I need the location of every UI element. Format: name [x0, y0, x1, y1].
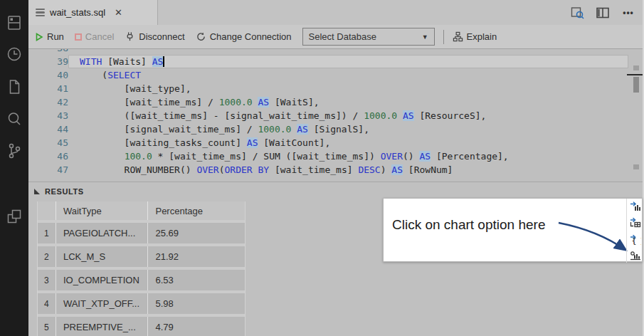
results-panel: RESULTS WaitType Percentage 1PAGEIOLATCH… — [28, 182, 644, 336]
text-cursor — [163, 56, 164, 67]
select-database-dropdown[interactable]: Select Database ▼ — [302, 28, 435, 46]
query-toolbar: Run Cancel Disconnect Change Connection … — [28, 25, 644, 49]
column-header-percentage[interactable]: Percentage — [148, 201, 245, 220]
explorer-file-icon[interactable] — [6, 78, 23, 95]
line-content: [wait_time_ms] / 1000.0 AS [WaitS], — [68, 95, 628, 109]
scrollbar-thumb[interactable] — [633, 77, 639, 93]
line-number: 46 — [28, 149, 68, 163]
code-line[interactable]: 45 [waiting_tasks_count] AS [WaitCount], — [28, 136, 628, 149]
editor-scrollbar[interactable] — [630, 49, 643, 182]
sql-file-icon — [36, 7, 45, 19]
table-row[interactable]: 1PAGEIOLATCH...25.69 — [38, 223, 245, 243]
row-number-header — [38, 201, 56, 220]
grid-header-row: WaitType Percentage — [38, 201, 245, 220]
change-connection-button[interactable]: Change Connection — [196, 31, 292, 42]
preview-icon[interactable] — [570, 6, 584, 20]
waittype-cell[interactable]: IO_COMPLETION — [56, 270, 149, 290]
code-editor[interactable]: 3839WITH [Waits] AS40 (SELECT41 [wait_ty… — [28, 49, 644, 182]
percentage-cell[interactable]: 4.79 — [148, 317, 245, 336]
line-content: [wait_type], — [68, 82, 628, 95]
percentage-cell[interactable]: 5.98 — [148, 293, 245, 314]
tab-wait-stats-sql[interactable]: wait_stats.sql ✕ — [28, 0, 158, 25]
tab-close-icon[interactable]: ✕ — [115, 8, 122, 17]
code-lines: 3839WITH [Waits] AS40 (SELECT41 [wait_ty… — [28, 49, 628, 177]
annotation-text: Click on chart option here — [392, 217, 545, 233]
split-editor-icon[interactable] — [596, 6, 610, 20]
code-line[interactable]: 41 [wait_type], — [28, 82, 628, 95]
column-header-waittype[interactable]: WaitType — [56, 201, 149, 220]
code-line[interactable]: 38 — [28, 49, 628, 55]
waittype-cell[interactable]: LCK_M_S — [56, 246, 149, 267]
line-number: 41 — [28, 82, 68, 95]
run-label: Run — [47, 31, 64, 42]
run-button[interactable]: Run — [35, 31, 64, 42]
change-connection-label: Change Connection — [210, 31, 292, 42]
collapse-twistie-icon[interactable] — [34, 189, 40, 194]
code-line[interactable]: 44 [signal_wait_time_ms] / 1000.0 AS [Si… — [28, 122, 628, 136]
code-line[interactable]: 40 (SELECT — [28, 68, 628, 82]
more-actions-icon[interactable]: ••• — [621, 6, 635, 20]
results-grid: WaitType Percentage 1PAGEIOLATCH...25.69… — [37, 201, 246, 336]
code-line[interactable]: 43 ([wait_time_ms] - [signal_wait_time_m… — [28, 109, 628, 122]
waittype-cell[interactable]: PAGEIOLATCH... — [56, 223, 149, 243]
line-number: 43 — [28, 109, 68, 122]
disconnect-button[interactable]: Disconnect — [125, 31, 184, 42]
line-number: 42 — [28, 95, 68, 109]
toolbar-separator — [443, 30, 444, 44]
row-number-cell[interactable]: 3 — [38, 270, 56, 290]
line-number: 40 — [28, 68, 68, 82]
percentage-cell[interactable]: 21.92 — [148, 246, 245, 267]
cancel-icon — [75, 33, 82, 41]
tab-title: wait_stats.sql — [50, 7, 105, 18]
cancel-button[interactable]: Cancel — [75, 31, 114, 42]
code-line[interactable]: 42 [wait_time_ms] / 1000.0 AS [WaitS], — [28, 95, 628, 109]
save-as-csv-icon[interactable] — [629, 200, 641, 212]
editor-actions: ••• — [570, 0, 635, 25]
line-number: 38 — [28, 49, 68, 55]
disconnect-label: Disconnect — [139, 31, 184, 42]
explain-button[interactable]: Explain — [453, 31, 497, 42]
code-line[interactable]: 46 100.0 * [wait_time_ms] / SUM ([wait_t… — [28, 149, 628, 163]
row-number-cell[interactable]: 1 — [38, 223, 56, 243]
row-number-cell[interactable]: 2 — [38, 246, 56, 267]
search-icon[interactable] — [6, 110, 23, 127]
activity-bar — [0, 0, 28, 336]
connections-icon[interactable] — [6, 14, 23, 31]
save-as-excel-icon[interactable] — [629, 216, 641, 229]
line-content: WITH [Waits] AS — [68, 55, 628, 68]
percentage-cell[interactable]: 6.53 — [148, 270, 245, 290]
line-content: ROW_NUMBER() OVER(ORDER BY [wait_time_ms… — [68, 163, 628, 177]
view-as-chart-icon[interactable] — [629, 249, 641, 261]
grid-actions-strip: { } — [626, 199, 643, 263]
grid-body: 1PAGEIOLATCH...25.692LCK_M_S21.923IO_COM… — [38, 223, 245, 336]
line-content: [waiting_tasks_count] AS [WaitCount], — [68, 136, 628, 149]
line-content: (SELECT — [68, 68, 628, 82]
waittype-cell[interactable]: PREEMPTIVE_... — [56, 317, 149, 336]
line-content: ([wait_time_ms] - [signal_wait_time_ms])… — [68, 109, 628, 122]
table-row[interactable]: 4WAIT_XTP_OFF...5.98 — [38, 293, 245, 314]
table-row[interactable]: 5PREEMPTIVE_...4.79 — [38, 317, 245, 336]
code-line[interactable]: 47 ROW_NUMBER() OVER(ORDER BY [wait_time… — [28, 163, 628, 177]
extensions-icon[interactable] — [6, 208, 23, 225]
svg-text:{ }: { } — [632, 237, 641, 245]
table-row[interactable]: 3IO_COMPLETION6.53 — [38, 270, 245, 290]
code-line[interactable]: 39WITH [Waits] AS — [28, 55, 628, 68]
annotation-callout: Click on chart option here { } — [383, 198, 643, 262]
explain-tree-icon — [453, 31, 463, 42]
percentage-cell[interactable]: 25.69 — [148, 223, 245, 243]
task-history-icon[interactable] — [6, 46, 23, 63]
line-number: 39 — [28, 55, 68, 68]
annotation-arrow — [556, 217, 635, 258]
table-row[interactable]: 2LCK_M_S21.92 — [38, 246, 245, 267]
refresh-icon — [196, 31, 206, 42]
source-control-icon[interactable] — [6, 142, 23, 159]
row-number-cell[interactable]: 5 — [38, 317, 56, 336]
row-number-cell[interactable]: 4 — [38, 293, 56, 314]
editor-group: wait_stats.sql ✕ ••• Run Cancel Disconne… — [28, 0, 644, 336]
explain-label: Explain — [467, 31, 497, 42]
chevron-down-icon: ▼ — [422, 33, 428, 41]
save-as-json-icon[interactable]: { } — [629, 233, 641, 245]
line-content: [signal_wait_time_ms] / 1000.0 AS [Signa… — [68, 122, 628, 136]
waittype-cell[interactable]: WAIT_XTP_OFF... — [56, 293, 149, 314]
cancel-label: Cancel — [85, 31, 114, 42]
